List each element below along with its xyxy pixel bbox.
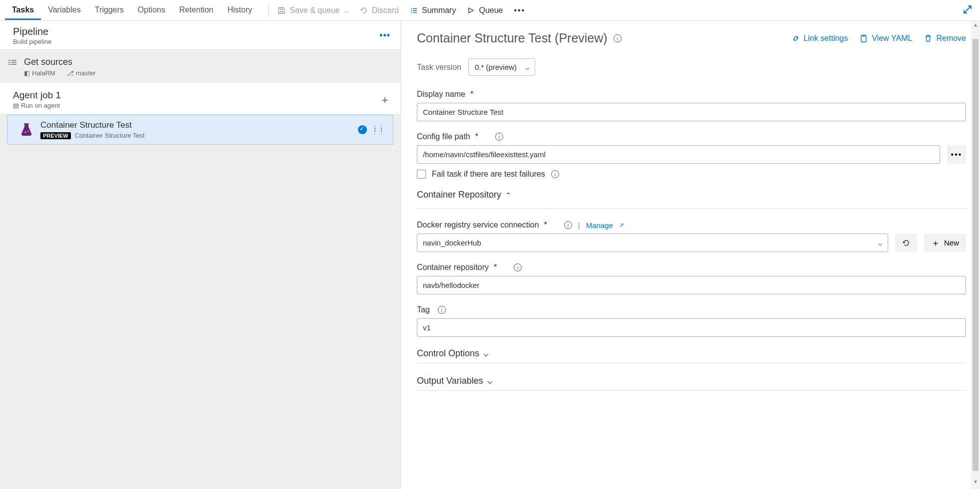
save-queue-button[interactable]: Save & queue ⌵ (278, 5, 349, 15)
save-icon (278, 6, 286, 14)
queue-button[interactable]: Queue (467, 6, 503, 15)
tab-tasks[interactable]: Tasks (5, 0, 41, 20)
agent-job-row[interactable]: Agent job 1 ▤ Run on agent ＋ (0, 83, 400, 115)
scrollbar-thumb[interactable] (973, 39, 979, 471)
queue-label: Queue (479, 6, 503, 15)
fail-checkbox-label: Fail task if there are test failures (432, 170, 545, 179)
info-icon[interactable]: i (614, 34, 622, 42)
get-sources-row[interactable]: Get sources ◧HalaRM ⎇master (0, 50, 400, 83)
fullscreen-button[interactable] (960, 2, 975, 18)
link-settings-button[interactable]: Link settings (792, 34, 848, 43)
section-label: Container Repository (417, 190, 501, 200)
tab-strip: Tasks Variables Triggers Options Retenti… (5, 0, 259, 20)
sources-meta: ◧HalaRM ⎇master (24, 69, 96, 77)
docker-connection-row: ⌵ ＋ New (417, 234, 966, 252)
config-path-input[interactable] (417, 145, 940, 164)
display-name-input[interactable] (417, 103, 966, 121)
new-label: New (944, 239, 959, 247)
agent-job-title: Agent job 1 (13, 90, 61, 101)
section-rule (417, 390, 966, 391)
task-row-container-structure-test[interactable]: Container Structure Test PREVIEW Contain… (7, 115, 393, 145)
vertical-scrollbar[interactable]: ▲ ▼ (971, 21, 980, 489)
tab-retention[interactable]: Retention (172, 0, 221, 20)
app-root: Tasks Variables Triggers Options Retenti… (0, 0, 980, 489)
browse-button[interactable]: ••• (947, 145, 966, 164)
task-version-row: Task version 0.* (preview) ⌵ (417, 58, 966, 76)
task-version-select[interactable]: 0.* (preview) ⌵ (468, 58, 535, 76)
detail-header-actions: Link settings View YAML Remove (792, 34, 966, 43)
task-text: Container Structure Test PREVIEW Contain… (40, 120, 145, 139)
control-options-section-header[interactable]: Control Options ⌵ (417, 348, 966, 359)
remove-label: Remove (936, 34, 966, 43)
fail-checkbox[interactable] (417, 170, 426, 179)
info-icon[interactable]: i (514, 263, 522, 271)
pipeline-more-button[interactable]: ••• (379, 30, 390, 41)
pipeline-header-text: Pipeline Build pipeline (13, 26, 51, 45)
tag-label: Tag i (417, 305, 966, 314)
config-path-label: Config file path * i (417, 132, 966, 141)
agent-text: Agent job 1 ▤ Run on agent (13, 90, 61, 109)
save-queue-label: Save & queue (290, 6, 340, 15)
tab-triggers[interactable]: Triggers (88, 0, 131, 20)
preview-badge: PREVIEW (40, 132, 71, 139)
play-icon (467, 6, 475, 14)
info-icon[interactable]: i (438, 306, 446, 314)
required-star: * (470, 90, 473, 99)
config-path-field: Config file path * i ••• Fail task if th… (417, 132, 966, 179)
display-name-field: Display name * (417, 90, 966, 121)
summary-label: Summary (422, 6, 456, 15)
link-settings-label: Link settings (804, 34, 848, 43)
sources-text: Get sources ◧HalaRM ⎇master (24, 57, 96, 77)
top-toolbar: Tasks Variables Triggers Options Retenti… (0, 0, 980, 21)
task-sub-line: PREVIEW Container Structure Test (40, 132, 145, 139)
summary-button[interactable]: Summary (410, 6, 456, 15)
check-circle-icon (358, 125, 367, 134)
task-title: Container Structure Test (40, 120, 145, 130)
tag-input[interactable] (417, 318, 966, 337)
manage-link[interactable]: Manage (586, 221, 613, 230)
svg-rect-4 (862, 35, 865, 36)
server-icon: ▤ (13, 102, 19, 109)
container-repo-input[interactable] (417, 276, 966, 294)
tab-options[interactable]: Options (131, 0, 172, 20)
refresh-button[interactable] (895, 234, 917, 252)
svg-point-1 (25, 132, 26, 133)
repo-name: HalaRM (32, 69, 55, 77)
info-icon[interactable]: i (495, 133, 503, 141)
task-detail-pane: Container Structure Test (Preview) i Lin… (401, 21, 971, 489)
agent-job-subtitle: ▤ Run on agent (13, 102, 61, 109)
add-task-button[interactable]: ＋ (379, 92, 390, 107)
scroll-up-arrow-icon[interactable]: ▲ (971, 22, 980, 31)
docker-connection-value[interactable] (417, 234, 888, 252)
section-label: Control Options (417, 348, 479, 359)
pipeline-header-row[interactable]: Pipeline Build pipeline ••• (0, 21, 400, 50)
container-repo-field: Container repository * i (417, 263, 966, 294)
task-version-label: Task version (417, 63, 461, 72)
label-text: Display name (417, 90, 465, 99)
tab-variables[interactable]: Variables (41, 0, 88, 20)
external-link-icon: ↗ (619, 222, 624, 229)
output-variables-section-header[interactable]: Output Variables ⌵ (417, 375, 966, 386)
new-connection-button[interactable]: ＋ New (924, 234, 966, 252)
docker-connection-dropdown[interactable]: ⌵ (417, 234, 888, 252)
refresh-icon (902, 239, 910, 247)
tab-history[interactable]: History (220, 0, 259, 20)
repo-icon: ◧ (24, 69, 30, 77)
drag-handle-icon[interactable]: ⋮⋮⋮⋮ (372, 127, 385, 133)
required-star: * (475, 132, 478, 141)
ellipsis-icon: ••• (514, 6, 525, 15)
info-icon[interactable]: i (564, 221, 572, 229)
container-repository-section-header[interactable]: Container Repository ⌃ (417, 190, 966, 200)
pipeline-title: Pipeline (13, 26, 51, 37)
remove-button[interactable]: Remove (924, 34, 966, 43)
separator: | (578, 221, 580, 230)
svg-point-2 (27, 131, 28, 132)
discard-button[interactable]: Discard (360, 6, 399, 15)
view-yaml-button[interactable]: View YAML (860, 34, 912, 43)
link-icon (792, 34, 800, 42)
sources-icon (8, 59, 17, 67)
required-star: * (544, 221, 547, 230)
scroll-down-arrow-icon[interactable]: ▼ (971, 479, 980, 488)
info-icon[interactable]: i (551, 170, 559, 178)
more-actions-button[interactable]: ••• (514, 6, 525, 15)
